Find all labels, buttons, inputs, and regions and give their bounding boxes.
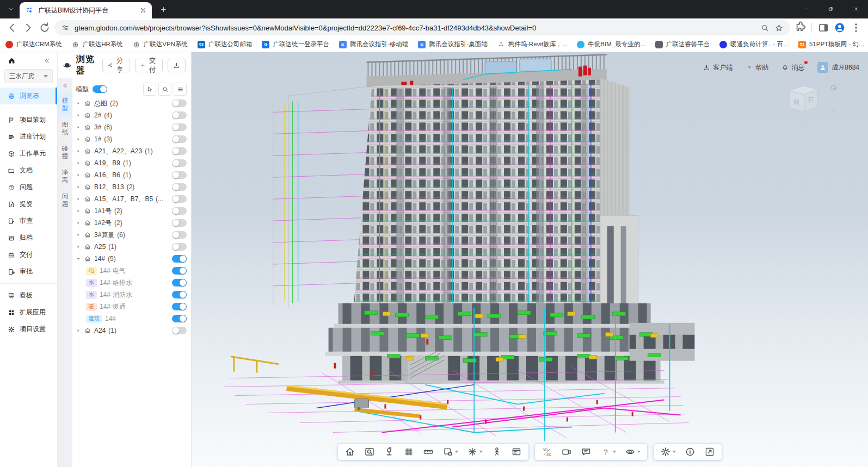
url-text[interactable]: gteam.glodon.com/web/projects/browser?is…: [75, 24, 755, 32]
chevron-down-icon[interactable]: [637, 451, 641, 453]
caret-right-icon[interactable]: [76, 208, 81, 214]
sidebar-item[interactable]: 看板: [0, 287, 57, 304]
toolbar-button[interactable]: [581, 446, 592, 457]
sidebar-item[interactable]: 问题: [0, 179, 57, 196]
toolbar-button[interactable]: [625, 446, 641, 457]
download-button[interactable]: [168, 59, 186, 72]
sidebar-item[interactable]: 审查: [0, 213, 57, 229]
sidebar-item[interactable]: 扩展应用: [0, 304, 57, 321]
visibility-toggle[interactable]: [172, 183, 187, 191]
tree-row[interactable]: 建筑 14#: [76, 313, 187, 325]
visibility-toggle[interactable]: [172, 291, 187, 298]
toolbar-button[interactable]: [403, 446, 414, 457]
bookmark[interactable]: 广联达CRM系统: [5, 40, 62, 48]
toolbar-button[interactable]: [384, 446, 395, 457]
home-icon[interactable]: [8, 57, 16, 65]
sidebar-item[interactable]: 交付: [0, 246, 57, 263]
project-selector[interactable]: 三水厂房: [4, 69, 53, 83]
visibility-toggle[interactable]: [172, 123, 187, 131]
bookmark[interactable]: ⊕ 广联达VPN系统: [133, 40, 188, 48]
browser-tab[interactable]: 广联达BIM设计协同平台: [20, 2, 152, 18]
tree-row[interactable]: A19、B9 (1): [76, 157, 187, 169]
caret-right-icon[interactable]: [76, 328, 81, 333]
tree-row[interactable]: 3# (6): [76, 121, 187, 133]
visibility-toggle[interactable]: [172, 255, 187, 263]
tree-row[interactable]: 1# (3): [76, 133, 187, 145]
tab-close-icon[interactable]: [139, 6, 147, 15]
help-link[interactable]: ? 帮助: [746, 63, 768, 72]
share-button[interactable]: 分享: [102, 59, 130, 72]
caret-right-icon[interactable]: [76, 220, 81, 226]
bookmark[interactable]: 03 广联达公司邮箱: [198, 40, 253, 48]
model-viewport[interactable]: 客户端 ? 帮助 消息 成月8684 前 右: [192, 52, 868, 467]
sidebar-item[interactable]: 提资: [0, 196, 57, 213]
reload-button[interactable]: [38, 21, 51, 34]
bookmark[interactable]: 暖通负荷计算.. - 百...: [719, 40, 789, 48]
tree-row[interactable]: 2# (4): [76, 109, 187, 121]
visibility-toggle[interactable]: [172, 135, 187, 143]
caret-right-icon[interactable]: [76, 184, 81, 190]
sidebar-item[interactable]: 归档: [0, 229, 57, 246]
visibility-toggle[interactable]: [172, 243, 187, 251]
bookmark[interactable]: ∴ 构件坞-Revit族库，...: [497, 40, 568, 48]
caret-right-icon[interactable]: [76, 196, 81, 202]
caret-right-icon[interactable]: [76, 172, 81, 178]
view-cube-menu-icon[interactable]: [830, 107, 837, 114]
visibility-toggle[interactable]: [172, 195, 187, 203]
list-options-button[interactable]: [174, 83, 187, 96]
toolbar-button[interactable]: [442, 446, 458, 457]
address-bar[interactable]: gteam.glodon.com/web/projects/browser?is…: [54, 20, 790, 35]
model-master-toggle[interactable]: [93, 85, 107, 93]
view-cube[interactable]: 前 右: [783, 82, 838, 116]
view-cube-front-label[interactable]: 前: [793, 98, 800, 106]
client-download-link[interactable]: 客户端: [703, 63, 732, 72]
toolbar-button[interactable]: [660, 446, 676, 457]
toolbar-button[interactable]: [491, 446, 502, 457]
sidebar-item[interactable]: 项目策划: [0, 111, 57, 128]
visibility-toggle[interactable]: [172, 327, 187, 334]
visibility-toggle[interactable]: [172, 231, 187, 239]
tree-row[interactable]: A25 (1): [76, 241, 187, 253]
sidebar-item[interactable]: 工作单元: [0, 145, 57, 162]
zoom-icon[interactable]: [760, 23, 769, 33]
toolbar-button[interactable]: [364, 446, 375, 457]
tree-row[interactable]: B12、B13 (2): [76, 181, 187, 193]
tree-row[interactable]: A16、B6 (1): [76, 169, 187, 181]
caret-right-icon[interactable]: [76, 148, 81, 154]
visibility-toggle[interactable]: [172, 207, 187, 215]
toolbar-button[interactable]: [423, 446, 434, 457]
visibility-toggle[interactable]: [172, 111, 187, 119]
toolbar-button[interactable]: [561, 446, 572, 457]
visibility-toggle[interactable]: [172, 159, 187, 167]
caret-right-icon[interactable]: [76, 232, 81, 238]
tree-row[interactable]: A24 (1): [76, 325, 187, 337]
caret-right-icon[interactable]: [76, 136, 81, 142]
tree-row[interactable]: 暖 14#-暖通: [76, 301, 187, 313]
user-menu[interactable]: 成月8684: [817, 62, 859, 73]
caret-right-icon[interactable]: [76, 101, 81, 106]
chevron-down-icon[interactable]: [479, 451, 483, 453]
browser-menu-icon[interactable]: [849, 21, 863, 34]
window-restore-button[interactable]: [818, 0, 843, 17]
extensions-icon[interactable]: [793, 21, 807, 34]
panel-tab[interactable]: 问题: [58, 188, 72, 212]
window-close-button[interactable]: [843, 0, 868, 17]
tree-row[interactable]: 水 14#-给排水: [76, 277, 187, 289]
caret-right-icon[interactable]: [76, 244, 81, 250]
bookmark[interactable]: 牛侃BIM_最专业的...: [577, 40, 645, 48]
visibility-toggle[interactable]: [172, 147, 187, 155]
visibility-toggle[interactable]: [172, 279, 187, 287]
sidebar-item[interactable]: 项目设置: [0, 321, 57, 338]
select-tool-button[interactable]: [143, 83, 156, 96]
messages-link[interactable]: 消息: [781, 63, 804, 72]
side-panel-icon[interactable]: [817, 21, 830, 34]
tab-search-button[interactable]: [3, 2, 19, 17]
visibility-toggle[interactable]: [172, 99, 187, 107]
collapse-panel-button[interactable]: [58, 78, 72, 92]
toolbar-button[interactable]: [511, 446, 522, 457]
tree-row[interactable]: 总图 (2): [76, 97, 187, 109]
site-info-icon[interactable]: [61, 23, 70, 32]
bookmark[interactable]: ≡ 腾讯会议指引-移动端: [339, 40, 408, 48]
visibility-toggle[interactable]: [172, 171, 187, 179]
bookmark[interactable]: G 广联达统一登录平台: [262, 40, 329, 48]
